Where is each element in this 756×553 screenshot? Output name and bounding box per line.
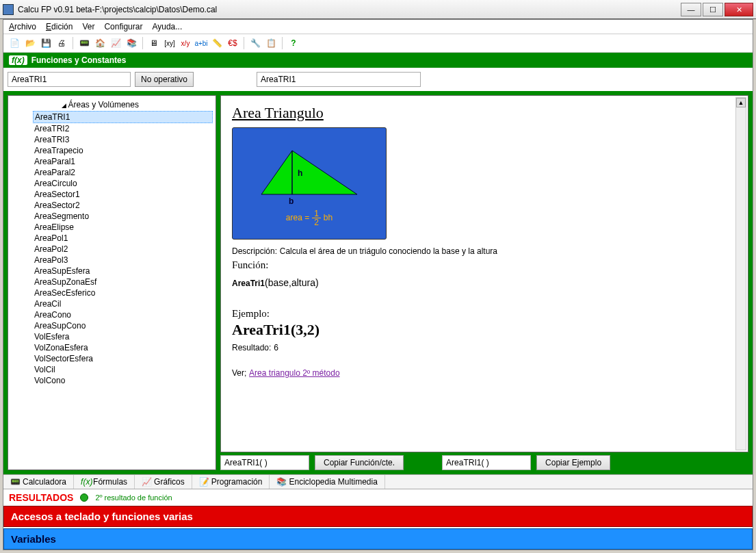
tree-item[interactable]: AreaPol3 xyxy=(33,255,213,266)
bottom-tabs: 📟Calculadora f(x)Fórmulas 📈Gráficos 📝Pro… xyxy=(3,474,753,489)
tree-item[interactable]: AreaTrapecio xyxy=(33,145,213,156)
tree-item[interactable]: AreaSegmento xyxy=(33,211,213,222)
filter-right-input[interactable] xyxy=(257,72,421,87)
example-result: Resultado: 6 xyxy=(232,342,737,353)
tab-programacion[interactable]: 📝Programación xyxy=(192,475,270,489)
tab-enciclopedia[interactable]: 📚Enciclopedia Multimedia xyxy=(270,475,384,489)
main-area: Áreas y Volúmenes AreaTRI1AreaTRI2AreaTR… xyxy=(3,91,753,474)
function-label: Función: xyxy=(232,259,737,271)
status-dot-icon xyxy=(80,493,88,502)
tree[interactable]: Áreas y Volúmenes AreaTRI1AreaTRI2AreaTR… xyxy=(8,96,216,470)
maximize-button[interactable]: ☐ xyxy=(703,3,723,16)
calc-icon[interactable]: 📟 xyxy=(77,36,91,50)
menu-ayuda[interactable]: Ayuda... xyxy=(152,22,182,31)
results-label: RESULTADOS xyxy=(9,492,73,503)
tree-item[interactable]: AreaPol2 xyxy=(33,244,213,255)
example-label: Ejemplo: xyxy=(232,308,737,320)
tree-item[interactable]: AreaSector1 xyxy=(33,189,213,200)
svg-marker-0 xyxy=(261,151,357,194)
filter-row: No operativo xyxy=(3,68,753,91)
tree-item[interactable]: AreaCil xyxy=(33,298,213,309)
results-sub: 2º resultado de función xyxy=(95,493,172,502)
tree-item[interactable]: VolCil xyxy=(33,364,213,375)
detail-panel: ▲ Area Triangulo h b area = 12 bh xyxy=(220,95,748,470)
books-icon[interactable]: 📚 xyxy=(125,36,138,50)
see-link[interactable]: Area triangulo 2º método xyxy=(249,368,339,378)
euro-icon[interactable]: €$ xyxy=(226,36,239,50)
function-signature: AreaTri1(base,altura) xyxy=(232,272,737,290)
tree-item[interactable]: AreaSupZonaEsf xyxy=(33,276,213,287)
help-icon[interactable]: ? xyxy=(287,36,300,50)
tree-item[interactable]: VolEsfera xyxy=(33,331,213,342)
app-icon xyxy=(3,4,14,15)
svg-text:b: b xyxy=(289,196,294,206)
tab-calculadora[interactable]: 📟Calculadora xyxy=(3,475,74,489)
copy-func-button[interactable]: Copiar Función/cte. xyxy=(315,455,404,470)
results-row: RESULTADOS 2º resultado de función xyxy=(3,489,753,506)
scrollbar[interactable]: ▲ xyxy=(735,97,746,450)
tool-icon[interactable]: 🖥 xyxy=(147,36,161,50)
tree-panel: Áreas y Volúmenes AreaTRI1AreaTRI2AreaTR… xyxy=(8,95,216,470)
description: Descripción: Calcula el área de un triág… xyxy=(232,245,737,257)
copy-example-input[interactable] xyxy=(442,455,531,470)
menu-archivo[interactable]: Archivo xyxy=(9,22,36,31)
tree-item[interactable]: AreaElipse xyxy=(33,222,213,233)
detail-body: ▲ Area Triangulo h b area = 12 bh xyxy=(220,95,748,452)
tree-item[interactable]: AreaSupCono xyxy=(33,320,213,331)
tree-item[interactable]: AreaCirculo xyxy=(33,178,213,189)
tree-item[interactable]: AreaPol1 xyxy=(33,233,213,244)
tree-item[interactable]: VolSectorEsfera xyxy=(33,353,213,364)
list-icon[interactable]: 📋 xyxy=(264,36,278,50)
tree-item[interactable]: AreaSupEsfera xyxy=(33,266,213,276)
new-icon[interactable]: 📄 xyxy=(8,36,21,50)
copy-row: Copiar Función/cte. Copiar Ejemplo xyxy=(220,455,748,470)
tab-graficos[interactable]: 📈Gráficos xyxy=(135,475,192,489)
filter-left-input[interactable] xyxy=(8,72,131,87)
formula: area = 12 bh xyxy=(286,209,333,227)
chart-icon[interactable]: 📈 xyxy=(109,36,122,50)
menu-ver[interactable]: Ver xyxy=(82,22,94,31)
tree-item[interactable]: VolCono xyxy=(33,375,213,386)
tree-item[interactable]: AreaParal1 xyxy=(33,156,213,167)
titlebar: Calcu FP v0.91 beta-F:\projects\calcip\D… xyxy=(0,0,756,19)
figure: h b area = 12 bh xyxy=(232,127,387,240)
svg-text:h: h xyxy=(298,168,302,178)
xy-icon[interactable]: x/y xyxy=(179,36,192,50)
no-operativo-button[interactable]: No operativo xyxy=(135,72,194,87)
tree-item[interactable]: AreaTRI3 xyxy=(33,134,213,145)
wrench-icon[interactable]: 🔧 xyxy=(248,36,262,50)
ruler-icon[interactable]: 📏 xyxy=(210,36,224,50)
scroll-up-icon[interactable]: ▲ xyxy=(736,98,746,107)
tab-formulas[interactable]: f(x)Fórmulas xyxy=(74,475,135,489)
menu-edicion[interactable]: Edición xyxy=(46,22,73,31)
tree-item[interactable]: AreaParal2 xyxy=(33,167,213,178)
tree-item[interactable]: AreaTRI2 xyxy=(33,123,213,134)
triangle-icon: h b xyxy=(255,145,364,207)
print-icon[interactable]: 🖨 xyxy=(55,36,68,50)
tree-category[interactable]: Áreas y Volúmenes xyxy=(59,99,213,111)
tree-item[interactable]: AreaSector2 xyxy=(33,200,213,211)
tree-item[interactable]: AreaSecEsferico xyxy=(33,287,213,298)
detail-title: Area Triangulo xyxy=(232,104,737,122)
copy-func-input[interactable] xyxy=(220,455,309,470)
bar-variables[interactable]: Variables xyxy=(3,528,753,550)
tree-item[interactable]: AreaCono xyxy=(33,309,213,320)
minimize-button[interactable]: — xyxy=(681,3,701,16)
tree-item[interactable]: AreaTRI1 xyxy=(33,111,213,123)
open-icon[interactable]: 📂 xyxy=(23,36,37,50)
abi-icon[interactable]: a+bi xyxy=(194,36,208,50)
toolbar: 📄 📂 💾 🖨 📟 🏠 📈 📚 🖥 [xy] x/y a+bi 📏 €$ 🔧 📋… xyxy=(3,34,753,53)
bracket-icon[interactable]: [xy] xyxy=(163,36,177,50)
tree-item[interactable]: VolZonaEsfera xyxy=(33,342,213,353)
see-also: Ver; Area triangulo 2º método xyxy=(232,367,737,378)
fx-icon: f(x) xyxy=(9,55,27,65)
home-icon[interactable]: 🏠 xyxy=(93,36,107,50)
close-button[interactable]: ✕ xyxy=(725,3,753,16)
window-title: Calcu FP v0.91 beta-F:\projects\calcip\D… xyxy=(18,5,681,14)
copy-example-button[interactable]: Copiar Ejemplo xyxy=(536,455,610,470)
save-icon[interactable]: 💾 xyxy=(39,36,53,50)
menubar: Archivo Edición Ver Configurar Ayuda... xyxy=(3,20,753,34)
bar-accesos[interactable]: Accesos a teclado y funciones varias xyxy=(3,506,753,527)
menu-configurar[interactable]: Configurar xyxy=(104,22,142,31)
example-call: AreaTri1(3,2) xyxy=(232,321,737,339)
